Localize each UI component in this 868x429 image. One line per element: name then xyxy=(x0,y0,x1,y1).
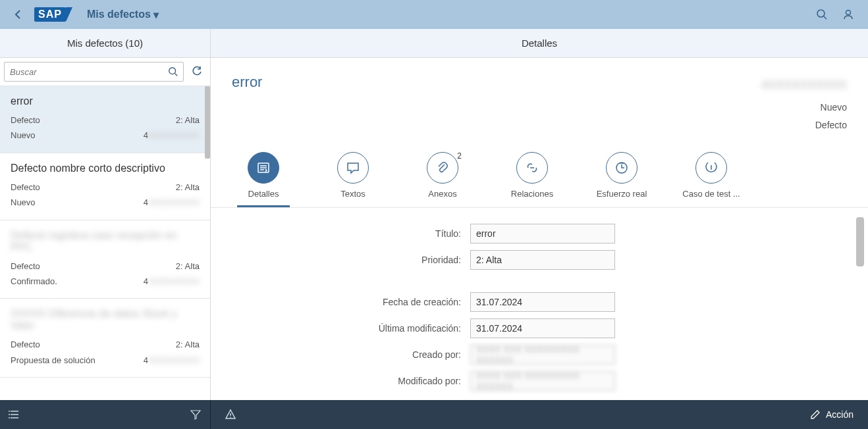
creado-por-label: Creado por xyxy=(237,349,461,360)
nav-title-text: Mis defectos xyxy=(87,9,151,20)
list-item[interactable]: Defecto logística caso recepción en PPCD… xyxy=(0,220,210,299)
tab-relaciones[interactable]: Relaciones xyxy=(506,152,558,207)
chevron-down-icon: ▾ xyxy=(153,9,159,21)
svg-point-2 xyxy=(846,11,851,15)
item-id: 4XXXXXXXXX xyxy=(144,274,200,289)
tab-badge: 2 xyxy=(457,151,462,161)
search-field-wrapper xyxy=(4,62,184,82)
relaciones-icon xyxy=(516,152,548,184)
tab-textos[interactable]: Textos xyxy=(327,152,379,207)
object-id: 4XXXXXXXXXX xyxy=(761,74,847,96)
master-header: Mis defectos (10) xyxy=(0,29,210,58)
tab-anexos[interactable]: 2Anexos xyxy=(416,152,469,207)
edit-action-button[interactable]: Acción xyxy=(801,409,863,420)
item-status: Nuevo xyxy=(11,195,36,210)
svg-point-17 xyxy=(230,416,231,418)
item-title: Defecto nombre corto descriptivo xyxy=(11,163,200,174)
detail-header-title: Detalles xyxy=(211,29,868,58)
tab-label: Esfuerzo real xyxy=(597,189,647,199)
list-item[interactable]: errorDefecto2: AltaNuevo4XXXXXXXXX xyxy=(0,86,210,153)
footer-toolbar: Acción xyxy=(0,400,868,429)
item-title: XXXXX Diferencia de datos Stock y Valor xyxy=(11,308,200,332)
svg-line-4 xyxy=(175,74,178,76)
caso-icon xyxy=(695,152,727,184)
item-status: Nuevo xyxy=(11,128,36,143)
object-type: Defecto xyxy=(761,116,847,134)
titulo-label: Título xyxy=(237,228,461,239)
item-priority: 2: Alta xyxy=(176,113,200,128)
sap-logo: SAP xyxy=(34,7,66,22)
detail-panel: Detalles error 4XXXXXXXXXX Nuevo Defecto… xyxy=(211,29,868,400)
ultima-modificacion-field: 31.07.2024 xyxy=(470,318,615,338)
detail-body: error 4XXXXXXXXXX Nuevo Defecto Detalles… xyxy=(211,58,868,400)
master-list-panel: Mis defectos (10) errorDefecto2: AltaNue… xyxy=(0,29,211,400)
refresh-button[interactable] xyxy=(188,63,206,81)
detail-scrollbar[interactable] xyxy=(856,217,864,266)
tab-detalles[interactable]: Detalles xyxy=(237,152,290,207)
tab-label: Anexos xyxy=(428,189,456,199)
object-title: error xyxy=(232,74,262,134)
creado-por-field: XXXX XXX XXXXXXXXX XXXXXX xyxy=(470,345,615,365)
svg-point-0 xyxy=(817,10,825,17)
prioridad-field[interactable]: 2: Alta xyxy=(470,250,615,270)
pencil-icon xyxy=(810,409,821,420)
defect-list: errorDefecto2: AltaNuevo4XXXXXXXXXDefect… xyxy=(0,86,210,400)
tab-caso[interactable]: Caso de test ... xyxy=(685,152,738,207)
icon-tab-bar: DetallesTextos2AnexosRelacionesEsfuerzo … xyxy=(211,149,868,208)
messages-button[interactable] xyxy=(216,400,245,429)
prioridad-label: Prioridad xyxy=(237,255,461,265)
item-type: Defecto xyxy=(11,259,40,274)
svg-point-15 xyxy=(9,417,10,418)
tab-label: Relaciones xyxy=(511,189,553,199)
search-input[interactable] xyxy=(5,67,163,77)
fecha-creacion-label: Fecha de creación xyxy=(237,297,461,307)
esfuerzo-icon xyxy=(606,152,637,184)
tab-label: Caso de test ... xyxy=(682,189,740,199)
nav-title-dropdown[interactable]: Mis defectos ▾ xyxy=(87,9,159,21)
ultima-modificacion-label: Última modificación xyxy=(237,323,461,334)
list-mode-button[interactable] xyxy=(0,400,29,429)
svg-point-13 xyxy=(9,411,10,412)
fecha-creacion-field: 31.07.2024 xyxy=(470,292,615,312)
tab-label: Detalles xyxy=(248,189,279,199)
textos-icon xyxy=(337,152,369,184)
item-status: Confirmado. xyxy=(11,274,57,289)
item-priority: 2: Alta xyxy=(176,337,200,352)
shell-header: SAP Mis defectos ▾ xyxy=(0,0,868,29)
item-status: Propuesta de solución xyxy=(11,353,95,368)
item-type: Defecto xyxy=(11,180,40,195)
list-scrollbar[interactable] xyxy=(205,86,210,159)
item-id: 4XXXXXXXXX xyxy=(144,128,200,143)
detalles-icon xyxy=(248,152,279,184)
titulo-field[interactable]: error xyxy=(470,224,615,243)
item-title: Defecto logística caso recepción en PPC xyxy=(11,230,200,253)
filter-button[interactable] xyxy=(181,400,210,429)
search-button[interactable] xyxy=(810,3,834,26)
list-item[interactable]: Defecto nombre corto descriptivoDefecto2… xyxy=(0,153,210,220)
anexos-icon: 2 xyxy=(427,152,458,184)
svg-point-14 xyxy=(9,414,10,415)
item-id: 4XXXXXXXXX xyxy=(144,195,200,210)
list-item[interactable]: XXXXX Diferencia de datos Stock y ValorD… xyxy=(0,299,210,378)
item-priority: 2: Alta xyxy=(176,180,200,195)
search-icon[interactable] xyxy=(163,66,183,77)
modificado-por-label: Modificado por xyxy=(237,376,461,386)
item-priority: 2: Alta xyxy=(176,259,200,274)
item-type: Defecto xyxy=(11,337,40,352)
action-label: Acción xyxy=(826,409,854,420)
svg-line-1 xyxy=(824,16,827,19)
object-status: Nuevo xyxy=(761,99,847,116)
details-form: Título error Prioridad 2: Alta Fecha de … xyxy=(211,208,868,400)
back-button[interactable] xyxy=(8,4,29,25)
modificado-por-field: XXXX XXX XXXXXXXXX XXXXXX xyxy=(470,371,615,391)
svg-point-3 xyxy=(169,68,176,74)
user-button[interactable] xyxy=(836,3,860,26)
tab-label: Textos xyxy=(340,189,366,199)
item-type: Defecto xyxy=(11,113,40,128)
tab-esfuerzo[interactable]: Esfuerzo real xyxy=(595,152,648,207)
item-title: error xyxy=(11,95,200,107)
item-id: 4XXXXXXXXX xyxy=(144,353,200,368)
